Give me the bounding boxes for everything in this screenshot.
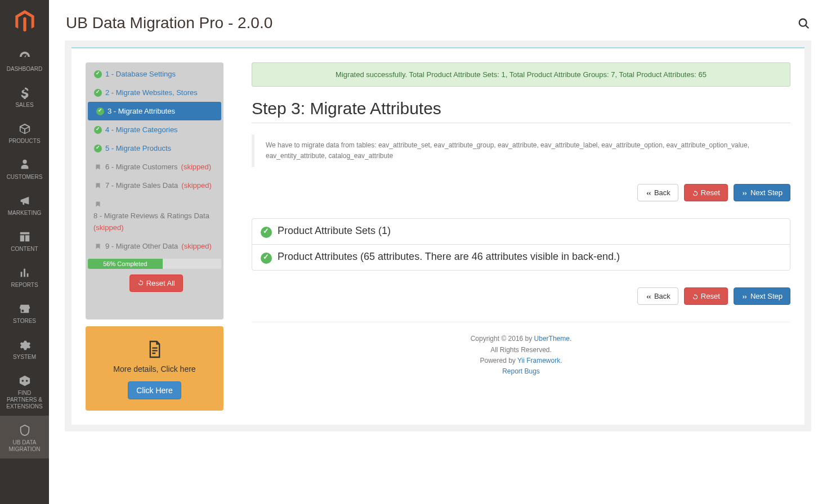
document-icon bbox=[97, 338, 212, 359]
button-row-top: Back Reset Next Step bbox=[252, 184, 790, 201]
svg-point-0 bbox=[799, 19, 807, 26]
step-1[interactable]: 1 - Database Settings bbox=[86, 65, 223, 83]
bookmark-icon bbox=[93, 163, 102, 171]
page-title: UB Data Migration Pro - 2.0.0 bbox=[66, 14, 272, 32]
reset-button[interactable]: Reset bbox=[684, 184, 728, 201]
more-details-text: More details, Click here bbox=[97, 364, 212, 374]
check-icon bbox=[261, 253, 272, 264]
search-icon[interactable] bbox=[798, 16, 810, 30]
admin-sidebar: DASHBOARD SALES PRODUCTS CUSTOMERS MARKE… bbox=[0, 0, 49, 431]
progress-bar: 56% Completed bbox=[88, 259, 221, 269]
dashboard-icon bbox=[3, 49, 46, 64]
check-icon bbox=[96, 107, 104, 115]
customers-icon bbox=[3, 157, 46, 172]
step-title: Step 3: Migrate Attributes bbox=[252, 99, 790, 118]
check-icon bbox=[93, 88, 102, 97]
nav-sales[interactable]: SALES bbox=[0, 78, 49, 114]
step-7[interactable]: 7 - Migrate Sales Data (skipped) bbox=[86, 176, 223, 195]
footer: Copyright © 2016 by UberTheme. All Right… bbox=[252, 322, 790, 388]
ubertheme-link[interactable]: UberTheme bbox=[534, 335, 570, 343]
next-step-button[interactable]: Next Step bbox=[734, 287, 790, 305]
nav-partners[interactable]: FIND PARTNERS & EXTENSIONS bbox=[0, 366, 49, 416]
reset-all-button[interactable]: Reset All bbox=[129, 274, 183, 292]
panel-attributes[interactable]: Product Attributes (65 attributes. There… bbox=[252, 244, 790, 270]
check-icon bbox=[93, 70, 102, 78]
nav-stores[interactable]: STORES bbox=[0, 294, 49, 330]
click-here-button[interactable]: Click Here bbox=[128, 381, 181, 399]
button-row-bottom: Back Reset Next Step bbox=[252, 287, 790, 305]
stores-icon bbox=[3, 301, 46, 316]
success-alert: Migrated successfully. Total Product Att… bbox=[252, 62, 790, 87]
reports-icon bbox=[3, 265, 46, 280]
magento-logo[interactable] bbox=[0, 0, 49, 42]
system-icon bbox=[3, 337, 46, 352]
reset-button[interactable]: Reset bbox=[684, 287, 728, 305]
step-4[interactable]: 4 - Migrate Categories bbox=[86, 120, 223, 139]
partners-icon bbox=[3, 373, 46, 388]
content-icon bbox=[3, 229, 46, 244]
step-5[interactable]: 5 - Migrate Products bbox=[86, 139, 223, 158]
info-well: We have to migrate data from tables: eav… bbox=[252, 134, 790, 167]
check-icon bbox=[261, 227, 272, 238]
yii-link[interactable]: Yii Framework bbox=[517, 357, 560, 364]
nav-ub-migration[interactable]: UB DATA MIGRATION bbox=[0, 416, 49, 431]
marketing-icon bbox=[3, 193, 46, 208]
step-3[interactable]: 3 - Migrate Attributes bbox=[88, 102, 221, 120]
step-2[interactable]: 2 - Migrate Websites, Stores bbox=[86, 83, 223, 102]
nav-content[interactable]: CONTENT bbox=[0, 222, 49, 258]
steps-list: 1 - Database Settings 2 - Migrate Websit… bbox=[86, 62, 223, 320]
divider bbox=[252, 123, 790, 123]
nav-marketing[interactable]: MARKETING bbox=[0, 186, 49, 222]
sales-icon bbox=[3, 85, 46, 100]
page-header: UB Data Migration Pro - 2.0.0 bbox=[49, 0, 827, 40]
bookmark-icon bbox=[93, 200, 102, 208]
check-icon bbox=[93, 125, 102, 134]
nav-dashboard[interactable]: DASHBOARD bbox=[0, 42, 49, 78]
nav-reports[interactable]: REPORTS bbox=[0, 258, 49, 294]
bookmark-icon bbox=[93, 242, 102, 250]
check-icon bbox=[93, 144, 102, 152]
results-panel: Product Attribute Sets (1) Product Attri… bbox=[252, 218, 790, 271]
bookmark-icon bbox=[93, 181, 102, 190]
back-button[interactable]: Back bbox=[637, 184, 678, 201]
report-bugs-link[interactable]: Report Bugs bbox=[502, 367, 540, 375]
step-6[interactable]: 6 - Migrate Customers (skipped) bbox=[86, 158, 223, 176]
migration-icon bbox=[3, 422, 46, 431]
next-step-button[interactable]: Next Step bbox=[734, 184, 790, 201]
nav-system[interactable]: SYSTEM bbox=[0, 330, 49, 366]
step-9[interactable]: 9 - Migrate Other Data (skipped) bbox=[86, 237, 223, 255]
panel-attribute-sets[interactable]: Product Attribute Sets (1) bbox=[252, 219, 790, 244]
nav-products[interactable]: PRODUCTS bbox=[0, 114, 49, 150]
step-8[interactable]: 8 - Migrate Reviews & Ratings Data (skip… bbox=[86, 195, 223, 237]
back-button[interactable]: Back bbox=[637, 287, 678, 305]
products-icon bbox=[3, 121, 46, 136]
nav-customers[interactable]: CUSTOMERS bbox=[0, 150, 49, 186]
more-details-box: More details, Click here Click Here bbox=[86, 326, 223, 411]
